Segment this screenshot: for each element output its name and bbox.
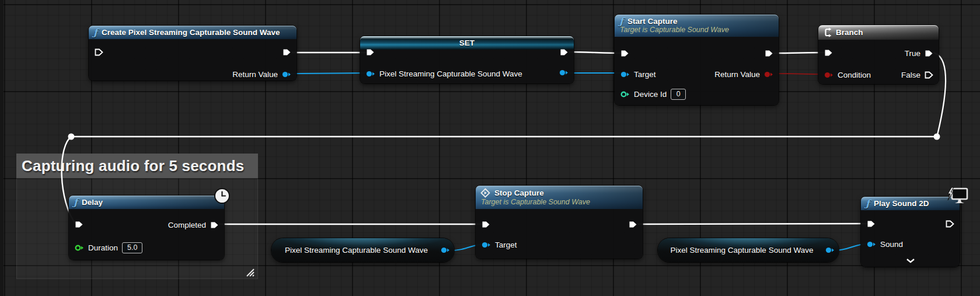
exec-in-pin[interactable]	[366, 48, 375, 56]
exec-out-pin[interactable]	[560, 48, 569, 56]
exec-out-pin[interactable]	[765, 50, 773, 57]
comment-resize-handle[interactable]	[245, 267, 256, 277]
return-value-label: Return Value	[232, 70, 278, 79]
node-header[interactable]: Stop Capture Target is Capturable Sound …	[476, 186, 643, 209]
variable-out-pin[interactable]	[559, 69, 569, 76]
node-title: SET	[459, 39, 475, 47]
node-title: Start Capture	[627, 17, 678, 26]
sound-pin[interactable]	[867, 241, 876, 248]
completed-label: Completed	[168, 221, 206, 229]
target-label: Target	[634, 70, 656, 79]
device-id-pin[interactable]	[620, 91, 630, 97]
function-icon: ƒ	[619, 18, 623, 25]
node-delay[interactable]: ƒ Delay Completed Duration 5.0	[69, 196, 224, 260]
latent-clock-icon	[214, 188, 230, 204]
duration-pin[interactable]	[75, 245, 84, 251]
node-header[interactable]: ƒ Play Sound 2D	[861, 197, 960, 210]
return-value-pin[interactable]	[282, 71, 291, 78]
function-icon: ƒ	[93, 29, 97, 36]
node-set[interactable]: SET Pixel Streaming Capturable Sound Wav…	[360, 36, 574, 83]
device-id-value-input[interactable]: 0	[671, 89, 686, 100]
node-create-pixel-streaming-capturable-sound-wave[interactable]: ƒ Create Pixel Streaming Capturable Soun…	[89, 26, 297, 81]
node-header[interactable]: Branch	[818, 25, 939, 40]
exec-in-pin[interactable]	[867, 220, 876, 228]
return-value-pin[interactable]	[764, 71, 773, 78]
node-title: Delay	[82, 198, 103, 207]
false-exec-pin[interactable]	[925, 71, 933, 79]
true-label: True	[905, 49, 920, 58]
return-value-label: Return Value	[714, 70, 760, 79]
node-title: Play Sound 2D	[874, 199, 929, 208]
completed-exec-pin[interactable]	[210, 221, 219, 229]
variable-in-pin[interactable]	[366, 71, 375, 77]
advanced-pins-chevron-icon[interactable]	[906, 256, 915, 265]
node-subtitle: Target is Capturable Sound Wave	[481, 198, 638, 206]
exec-out-pin[interactable]	[946, 220, 954, 228]
function-icon: ƒ	[74, 199, 78, 206]
true-exec-pin[interactable]	[925, 50, 933, 57]
panel-edge	[0, 0, 4, 296]
node-title: Create Pixel Streaming Capturable Sound …	[102, 28, 280, 37]
branch-icon	[823, 27, 832, 37]
exec-in-pin[interactable]	[824, 49, 833, 57]
target-label: Target	[495, 241, 517, 249]
condition-label: Condition	[838, 71, 871, 79]
condition-wire[interactable]	[773, 74, 825, 74]
exec-wire[interactable]	[637, 224, 869, 224]
exec-out-pin[interactable]	[283, 48, 291, 56]
target-pin[interactable]	[620, 71, 630, 78]
function-icon: ƒ	[866, 200, 870, 207]
data-wire[interactable]	[291, 73, 371, 74]
monitor-lightning-icon	[946, 186, 969, 207]
variable-out-pin[interactable]	[441, 247, 450, 253]
diamond-icon	[480, 188, 490, 198]
target-pin[interactable]	[482, 242, 491, 248]
exec-out-pin[interactable]	[629, 221, 637, 228]
comment-title-bar[interactable]: Capturing audio for 5 seconds	[16, 154, 258, 178]
variable-label: Pixel Streaming Capturable Sound Wave	[285, 246, 428, 255]
variable-label: Pixel Streaming Capturable Sound Wave	[379, 69, 522, 78]
node-header[interactable]: ƒ Delay	[69, 196, 224, 209]
node-header[interactable]: SET	[360, 36, 574, 50]
sound-label: Sound	[880, 240, 903, 249]
exec-in-pin[interactable]	[482, 221, 490, 228]
false-label: False	[901, 71, 920, 79]
duration-value-input[interactable]: 5.0	[122, 242, 142, 253]
node-play-sound-2d[interactable]: ƒ Play Sound 2D Sound	[861, 197, 960, 267]
blueprint-graph-canvas[interactable]: Capturing audio for 5 seconds ƒ Create P…	[0, 0, 980, 296]
exec-in-pin[interactable]	[95, 48, 103, 56]
variable-label: Pixel Streaming Capturable Sound Wave	[671, 246, 814, 255]
node-start-capture[interactable]: ƒ Start Capture Target is Capturable Sou…	[615, 15, 779, 105]
variable-getter-pixel-streaming-capturable-sound-wave-2[interactable]: Pixel Streaming Capturable Sound Wave	[658, 238, 839, 262]
exec-in-pin[interactable]	[620, 50, 629, 57]
exec-in-pin[interactable]	[75, 221, 83, 228]
node-title: Stop Capture	[494, 189, 544, 197]
condition-pin[interactable]	[824, 72, 833, 78]
duration-label: Duration	[88, 243, 118, 252]
node-branch[interactable]: Branch True Condition False	[818, 25, 939, 84]
device-id-label: Device Id	[634, 90, 667, 99]
variable-out-pin[interactable]	[825, 247, 835, 253]
reroute-node[interactable]	[934, 134, 940, 140]
node-subtitle: Target is Capturable Sound Wave	[620, 26, 774, 34]
variable-getter-pixel-streaming-capturable-sound-wave-1[interactable]: Pixel Streaming Capturable Sound Wave	[271, 238, 454, 262]
node-header[interactable]: ƒ Create Pixel Streaming Capturable Soun…	[89, 26, 297, 39]
reroute-node[interactable]	[68, 134, 75, 140]
node-title: Branch	[836, 28, 863, 37]
node-stop-capture[interactable]: Stop Capture Target is Capturable Sound …	[476, 186, 643, 259]
comment-title-text: Capturing audio for 5 seconds	[22, 157, 244, 175]
node-header[interactable]: ƒ Start Capture Target is Capturable Sou…	[615, 15, 779, 37]
